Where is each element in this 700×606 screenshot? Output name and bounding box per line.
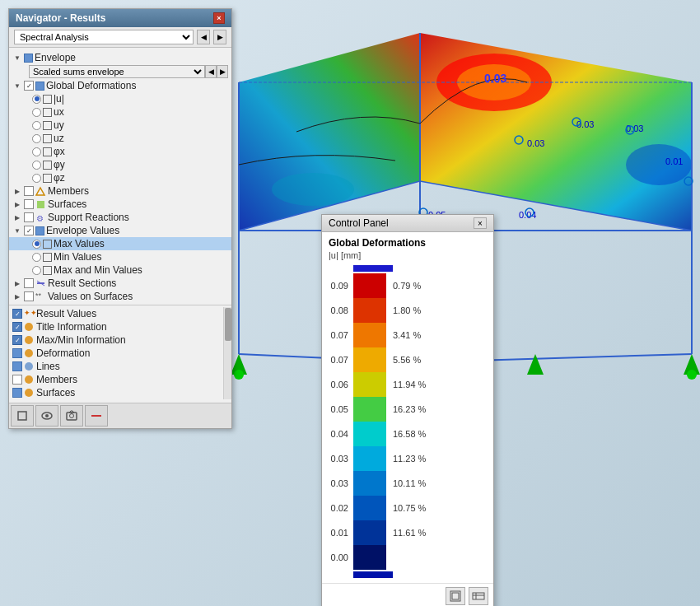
deformation-checkbox[interactable] (12, 348, 22, 358)
nav-prev-button[interactable]: ◀ (197, 30, 210, 44)
nav-item-max-min-values[interactable]: Max and Min Values (9, 263, 231, 277)
uz-label: uz (54, 133, 64, 144)
nav-item-surfaces[interactable]: ▶ Surfaces (9, 198, 231, 211)
nav-next-button[interactable]: ▶ (213, 30, 226, 44)
min-values-label: Min Values (54, 251, 101, 263)
nav-item-members[interactable]: ▶ Members (9, 184, 231, 198)
u-abs-radio[interactable] (32, 95, 41, 104)
maxmin-info-icon (24, 335, 35, 346)
nav-item-title-info[interactable]: Title Information (9, 320, 223, 333)
surfaces-checkbox[interactable] (24, 199, 34, 209)
svg-point-51 (45, 414, 49, 417)
nav-item-surfaces-2[interactable]: Surfaces (9, 386, 223, 399)
analysis-selector-row: Spectral Analysis ◀ ▶ (9, 27, 231, 48)
nav-tool-camera[interactable] (60, 405, 83, 427)
surfaces-2-checkbox[interactable] (12, 388, 22, 398)
envelope-label: Envelope (35, 52, 76, 63)
nav-item-envelope[interactable]: ▼ Envelope (9, 51, 231, 64)
control-panel-close-button[interactable]: × (474, 217, 487, 229)
nav-item-ux[interactable]: ux (9, 105, 231, 119)
navigator-close-button[interactable]: × (213, 12, 225, 24)
nav-item-result-sections[interactable]: ▶ Result Sections (9, 277, 231, 290)
nav-item-phiy[interactable]: φy (9, 158, 231, 171)
analysis-dropdown[interactable]: Spectral Analysis (14, 30, 194, 44)
svg-point-46 (25, 362, 33, 371)
lines-checkbox[interactable] (12, 361, 22, 371)
min-values-radio[interactable] (32, 253, 41, 262)
svg-point-5 (272, 173, 354, 206)
lines-label: Lines (36, 361, 60, 372)
uy-icon (43, 121, 52, 130)
nav-toolbar (9, 403, 231, 428)
max-min-values-radio[interactable] (32, 266, 41, 275)
nav-item-global-deformations[interactable]: ▼ Global Deformations (9, 79, 231, 92)
svg-text:0.03: 0.03 (527, 138, 544, 148)
nav-item-u-abs[interactable]: |u| (9, 92, 231, 105)
maxmin-info-checkbox[interactable] (12, 335, 22, 345)
ux-radio[interactable] (32, 108, 41, 117)
deformation-label: Deformation (36, 347, 90, 359)
legend-row-002: 0.02 10.75 % (329, 496, 487, 520)
nav-item-support-reactions[interactable]: ▶ ⚙ Support Reactions (9, 211, 231, 224)
max-values-radio[interactable] (32, 240, 41, 249)
support-reactions-checkbox[interactable] (24, 212, 34, 222)
nav-item-max-values[interactable]: Max Values (9, 237, 231, 250)
navigator-panel: Navigator - Results × Spectral Analysis … (8, 8, 232, 429)
nav-item-phix[interactable]: φx (9, 145, 231, 158)
expand-icon: ▼ (12, 81, 22, 91)
global-def-label: Global Deformations (46, 80, 136, 91)
legend-row-007a: 0.07 3.41 % (329, 323, 487, 347)
nav-item-result-values[interactable]: ✦✦ Result Values (9, 307, 223, 320)
color-legend: 0.09 0.79 % 0.08 1.80 % 0.07 3.41 % 0.07… (329, 265, 487, 578)
phiy-radio[interactable] (32, 161, 41, 170)
result-sections-checkbox[interactable] (24, 278, 34, 288)
nav-scrollbar[interactable] (223, 307, 231, 399)
nav-item-min-values[interactable]: Min Values (9, 250, 231, 263)
cp-export-button[interactable] (469, 587, 488, 605)
members-2-checkbox[interactable] (12, 375, 22, 385)
nav-item-maxmin-info[interactable]: Max/Min Information (9, 333, 223, 347)
nav-item-deformation[interactable]: Deformation (9, 347, 223, 360)
envelope-values-checkbox[interactable] (24, 226, 34, 235)
svg-point-45 (25, 349, 33, 357)
min-values-icon (43, 253, 52, 262)
max-min-values-label: Max and Min Values (54, 264, 142, 276)
cp-deformation-subtitle: |u| [mm] (329, 250, 487, 260)
phix-radio[interactable] (32, 147, 41, 156)
svg-marker-38 (36, 188, 44, 195)
phiz-radio[interactable] (32, 174, 41, 183)
cp-settings-button[interactable] (446, 587, 465, 605)
nav-item-values-on-surfaces[interactable]: ▶ ** Values on Surfaces (9, 290, 231, 303)
nav-tool-pin[interactable] (11, 405, 34, 427)
nav-item-scaled-sums[interactable]: Scaled sums envelope ◀ ▶ (9, 64, 231, 79)
members-checkbox[interactable] (24, 186, 34, 196)
phiz-icon (43, 174, 52, 183)
values-on-surfaces-checkbox[interactable] (24, 291, 34, 301)
uy-radio[interactable] (32, 121, 41, 130)
nav-item-members-2[interactable]: Members (9, 373, 223, 386)
nav-item-lines[interactable]: Lines (9, 360, 223, 373)
svg-text:0.01: 0.01 (665, 156, 683, 166)
title-info-checkbox[interactable] (12, 322, 22, 332)
nav-tool-eye[interactable] (35, 405, 58, 427)
surfaces-label: Surfaces (48, 198, 86, 210)
uz-radio[interactable] (32, 134, 41, 143)
nav-item-envelope-values[interactable]: ▼ Envelope Values (9, 224, 231, 237)
env-prev-btn[interactable]: ◀ (205, 65, 217, 78)
nav-item-uy[interactable]: uy (9, 119, 231, 132)
global-def-icon (35, 82, 44, 91)
envelope-type-dropdown[interactable]: Scaled sums envelope (29, 65, 205, 78)
env-next-btn[interactable]: ▶ (217, 65, 228, 78)
nav-item-phiz[interactable]: φz (9, 171, 231, 184)
nav-scrollbar-thumb[interactable] (225, 308, 231, 341)
cp-deformation-title: Global Deformations (329, 237, 487, 249)
nav-tool-pin2[interactable] (85, 405, 108, 427)
global-def-checkbox[interactable] (24, 81, 34, 91)
u-abs-icon (43, 95, 52, 104)
nav-item-uz[interactable]: uz (9, 132, 231, 145)
result-values-checkbox[interactable] (12, 309, 22, 319)
values-on-surfaces-label: Values on Surfaces (48, 291, 133, 302)
svg-rect-57 (452, 593, 459, 599)
expand-icon: ▶ (12, 186, 22, 196)
expand-icon: ▼ (12, 53, 22, 63)
